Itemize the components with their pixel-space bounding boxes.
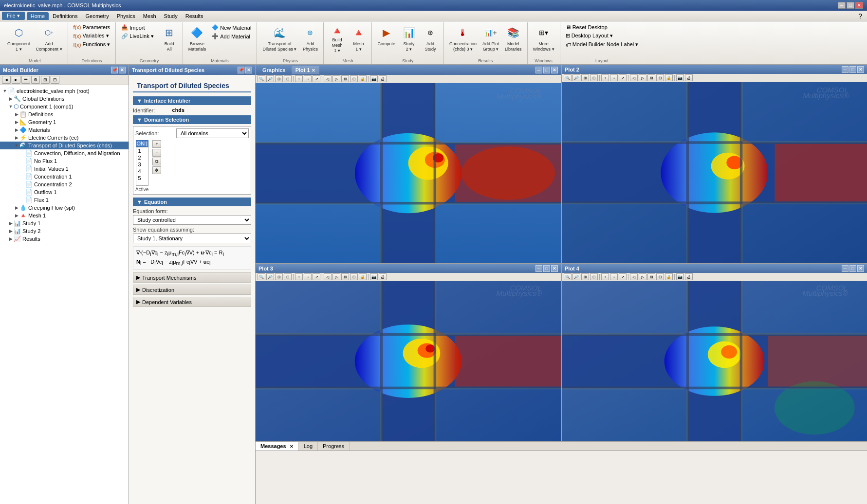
plot1-zoom-out[interactable]: 🔎 [266, 75, 274, 82]
move-domain-btn[interactable]: ✥ [152, 166, 161, 174]
add-domain-btn[interactable]: + [152, 140, 161, 148]
plot2-print[interactable]: 🖨 [685, 74, 693, 81]
domain-item-3[interactable]: 3 [136, 161, 148, 168]
mesh-button[interactable]: 🔺 Mesh1 ▾ [348, 23, 369, 54]
progress-tab[interactable]: Progress [318, 442, 350, 450]
plot1-print[interactable]: 🖨 [379, 75, 387, 82]
plot2-rotate2[interactable]: ↔ [610, 74, 618, 81]
domain-item-2[interactable]: 2 [136, 154, 148, 161]
tree-item-results[interactable]: ▶ 📈 Results [0, 235, 129, 243]
menu-physics[interactable]: Physics [113, 12, 139, 20]
livelink-button[interactable]: 🔗 LiveLink ▾ [119, 32, 156, 40]
desktop-layout-button[interactable]: ⊞ Desktop Layout ▾ [563, 32, 641, 40]
tree-settings-button[interactable]: ⚙ [31, 76, 40, 84]
plot2-next[interactable]: ▷ [639, 74, 646, 81]
component-button[interactable]: ⬡ Component1 ▾ [5, 23, 33, 54]
plot3-fit[interactable]: ⊞ [275, 273, 283, 280]
build-all-button[interactable]: ⊞ BuildAll [159, 23, 180, 54]
dependent-variables-header[interactable]: ▶ Dependent Variables [133, 297, 251, 306]
plot3-next[interactable]: ▷ [332, 273, 340, 280]
plot4-zoom-in[interactable]: 🔍 [564, 273, 572, 280]
properties-close-btn[interactable]: ✕ [245, 67, 252, 73]
plot4-print[interactable]: 🖨 [685, 273, 693, 280]
selection-dropdown[interactable]: All domains Domain 1 Domain 2 [176, 128, 249, 138]
messages-tab-close[interactable]: ✕ [290, 444, 294, 449]
plot3-zoom-in[interactable]: 🔍 [258, 273, 265, 280]
tree-item-definitions[interactable]: ▶ 📋 Definitions [0, 110, 129, 118]
add-physics-button[interactable]: ⊕ AddPhysics [300, 23, 320, 54]
more-windows-button[interactable]: ⊞▾ MoreWindows ▾ [531, 23, 557, 54]
tree-item-study1[interactable]: ▶ 📊 Study 1 [0, 219, 129, 227]
plot4-camera[interactable]: 📷 [676, 273, 684, 280]
plot1-rotate2[interactable]: ↔ [304, 75, 312, 82]
tree-item-no-flux1[interactable]: 📄 No Flux 1 [0, 157, 129, 165]
tree-item-study2[interactable]: ▶ 📊 Study 2 [0, 227, 129, 235]
study-button[interactable]: 📊 Study2 ▾ [399, 23, 419, 54]
plot3-full[interactable]: ⊡ [284, 273, 292, 280]
file-menu[interactable]: File ▾ [2, 12, 25, 20]
plot1-maximize-btn[interactable]: □ [543, 67, 550, 73]
concentration-button[interactable]: 🌡 Concentration(chds) 3 ▾ [447, 23, 479, 54]
close-button[interactable]: ✕ [855, 2, 863, 9]
compute-button[interactable]: ▶ Compute [375, 23, 398, 54]
maximize-button[interactable]: □ [847, 2, 854, 9]
equation-section-header[interactable]: ▼ Equation [133, 198, 251, 206]
plot2-zoom-out[interactable]: 🔎 [572, 74, 580, 81]
remove-domain-btn[interactable]: − [152, 149, 161, 157]
plot1-rotate1[interactable]: ↕ [295, 75, 303, 82]
minimize-button[interactable]: ─ [838, 2, 846, 9]
log-tab[interactable]: Log [299, 442, 318, 450]
plot1-minimize-btn[interactable]: ─ [535, 67, 542, 73]
model-builder-node-label-button[interactable]: 🏷 Model Builder Node Label ▾ [563, 40, 641, 49]
add-study-button[interactable]: ⊕ AddStudy [420, 23, 441, 54]
functions-button[interactable]: f(x) Functions ▾ [71, 40, 113, 49]
add-material-button[interactable]: ➕ Add Material [209, 32, 254, 40]
menu-results[interactable]: Results [182, 12, 207, 20]
plot3-prev[interactable]: ◁ [324, 273, 332, 280]
plot4-full[interactable]: ⊡ [590, 273, 598, 280]
back-button[interactable]: ◄ [2, 76, 11, 84]
tree-menu-button[interactable]: ☰ [21, 76, 30, 84]
menu-mesh[interactable]: Mesh [139, 12, 160, 20]
tree-item-initial-values1[interactable]: 📄 Initial Values 1 [0, 165, 129, 173]
plot4-zoom-out[interactable]: 🔎 [572, 273, 580, 280]
plot1-full[interactable]: ⊡ [284, 75, 292, 82]
plot2-prev[interactable]: ◁ [630, 74, 638, 81]
plot2-camera[interactable]: 📷 [676, 74, 684, 81]
forward-button[interactable]: ► [12, 76, 20, 84]
plot3-rotate3[interactable]: ↗ [313, 273, 320, 280]
help-button[interactable]: ? [855, 12, 865, 20]
copy-domain-btn[interactable]: ⧉ [152, 158, 161, 165]
transport-diluted-button[interactable]: 🌊 Transport ofDiluted Species ▾ [260, 23, 299, 54]
plot4-minimize-btn[interactable]: ─ [842, 265, 849, 272]
tree-item-global-defs[interactable]: ▶ 🔧 Global Definitions [0, 95, 129, 103]
tree-item-materials[interactable]: ▶ 🔷 Materials [0, 126, 129, 134]
plot1-lock[interactable]: 🔒 [359, 75, 367, 82]
plot1-canvas[interactable]: COMSOL Multiphysics® [256, 83, 561, 263]
plot1-camera[interactable]: 📷 [370, 75, 378, 82]
plot4-rotate3[interactable]: ↗ [619, 273, 627, 280]
plot2-canvas[interactable]: COMSOL Multiphysics® [562, 82, 867, 263]
plot3-list[interactable]: ⊡ [350, 273, 358, 280]
domain-item-4[interactable]: 4 [136, 168, 148, 175]
plot1-prev[interactable]: ◁ [324, 75, 332, 82]
plot3-minimize-btn[interactable]: ─ [535, 265, 542, 272]
plot4-canvas[interactable]: COMSOL Multiphysics® [562, 281, 867, 441]
tree-item-comp1[interactable]: ▼ ⬡ Component 1 (comp1) [0, 103, 129, 110]
domain-selection-section[interactable]: ▼ Domain Selection [133, 115, 251, 124]
plot3-canvas[interactable]: COMSOL Multiphysics® [256, 281, 561, 441]
build-mesh-button[interactable]: 🔺 BuildMesh1 ▾ [327, 23, 347, 54]
plot4-rotate1[interactable]: ↕ [601, 273, 609, 280]
equation-form-select[interactable]: Study controlled Stationary Time depende… [133, 215, 251, 225]
plot4-rotate2[interactable]: ↔ [610, 273, 618, 280]
tree-item-concentration2[interactable]: 📄 Concentration 2 [0, 180, 129, 188]
model-libraries-button[interactable]: 📚 ModelLibraries [502, 23, 524, 54]
plot1-zoom-in[interactable]: 🔍 [258, 75, 265, 82]
plot4-close-btn[interactable]: ✕ [857, 265, 864, 272]
plot4-prev[interactable]: ◁ [630, 273, 638, 280]
plot2-list[interactable]: ⊡ [656, 74, 664, 81]
tree-item-geometry1[interactable]: ▶ 📐 Geometry 1 [0, 118, 129, 126]
tree-item-mesh1[interactable]: ▶ 🔺 Mesh 1 [0, 212, 129, 219]
browse-materials-button[interactable]: 🔷 BrowseMaterials [186, 23, 209, 54]
model-builder-pin-btn[interactable]: 📌 [111, 67, 118, 73]
